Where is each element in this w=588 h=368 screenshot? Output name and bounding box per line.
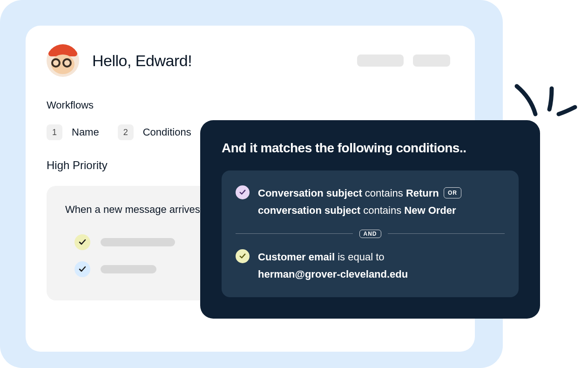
value: Return [406,187,439,199]
header-actions [357,55,454,67]
operator: contains [363,204,401,216]
condition-rule-1-text: Conversation subject contains Return OR … [258,184,505,219]
divider-line [236,233,353,234]
divider-line [388,233,505,234]
conditions-panel-title: And it matches the following conditions.… [222,141,519,156]
and-pill: AND [359,230,381,238]
greeting-text: Hello, Edward! [92,52,192,70]
header-action-placeholder-2[interactable] [413,55,450,67]
section-title-workflows: Workflows [47,99,454,111]
header: Hello, Edward! [47,44,454,77]
operator: is equal to [338,251,384,263]
check-icon [74,234,90,250]
and-divider: AND [236,230,505,238]
condition-rule-2-text: Customer email is equal to herman@grover… [258,248,505,283]
step-number-2[interactable]: 2 [118,124,134,140]
header-left: Hello, Edward! [47,44,192,77]
check-icon [74,261,90,277]
conditions-panel: And it matches the following conditions.… [200,120,540,319]
step-label-name[interactable]: Name [72,126,99,138]
field: Customer email [258,251,335,263]
step-label-conditions[interactable]: Conditions [143,126,191,138]
trigger-option-label-placeholder [101,238,175,246]
field: conversation subject [258,204,360,216]
operator: contains [365,187,403,199]
trigger-option-label-placeholder [101,265,156,273]
condition-rule-1[interactable]: Conversation subject contains Return OR … [236,184,505,219]
condition-rule-2[interactable]: Customer email is equal to herman@grover… [236,248,505,283]
value: New Order [404,204,456,216]
field: Conversation subject [258,187,362,199]
check-icon [236,185,250,199]
step-number-1[interactable]: 1 [47,124,62,140]
or-pill: OR [444,187,461,198]
header-action-placeholder-1[interactable] [357,55,404,67]
value: herman@grover-cleveland.edu [258,268,408,280]
conditions-group: Conversation subject contains Return OR … [222,170,519,297]
check-icon [236,249,250,263]
avatar[interactable] [47,44,79,77]
